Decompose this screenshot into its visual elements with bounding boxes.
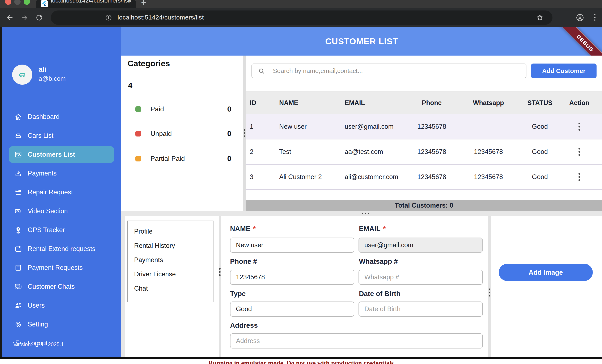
favicon xyxy=(41,0,48,7)
email-field[interactable] xyxy=(358,238,483,253)
sidebar-item-payments[interactable]: Payments xyxy=(9,164,114,183)
tab-title: localhost:51424/customers/list xyxy=(51,0,130,4)
forward-icon[interactable] xyxy=(21,14,29,21)
type-label: Type xyxy=(230,290,246,298)
partial-paid-color-swatch xyxy=(135,156,141,161)
sidebar-item-cars-list[interactable]: Cars List xyxy=(9,126,114,145)
table-row-partial[interactable] xyxy=(246,190,602,200)
name-field[interactable] xyxy=(230,238,354,253)
browser-tab[interactable]: localhost:51424/customers/list ✕ xyxy=(36,0,136,8)
gear-icon xyxy=(14,320,22,328)
tab-driver-license[interactable]: Driver License xyxy=(128,267,213,281)
document-icon xyxy=(14,264,22,272)
customer-card-icon xyxy=(14,151,22,158)
back-icon[interactable] xyxy=(6,14,14,21)
detail-tabs-panel: Profile Rental History Payments Driver L… xyxy=(125,216,219,357)
bookmark-star-icon[interactable] xyxy=(536,14,544,21)
user-name: ali xyxy=(39,65,46,73)
panel-splitter-vertical[interactable] xyxy=(243,56,246,211)
tab-payments[interactable]: Payments xyxy=(128,253,213,267)
emulator-warning-text: Running in emulator mode. Do not use wit… xyxy=(0,359,602,364)
row-actions-icon[interactable] xyxy=(579,123,580,131)
video-camera-icon xyxy=(14,207,22,215)
chat-bubbles-icon xyxy=(14,283,22,291)
profile-avatar-icon[interactable] xyxy=(576,13,584,22)
sidebar-item-dashboard[interactable]: Dashboard xyxy=(9,107,114,126)
dob-label: Date of Birth xyxy=(359,290,400,298)
avatar[interactable] xyxy=(12,65,32,85)
category-row-partial-paid[interactable]: Partial Paid 0 xyxy=(121,154,243,163)
panel-splitter-vertical[interactable] xyxy=(219,216,221,357)
table-row[interactable]: 2 Test aa@test.com 12345678 12345678 Goo… xyxy=(246,139,602,165)
sidebar-item-video-section[interactable]: Video Section xyxy=(9,202,114,221)
tab-strip: localhost:51424/customers/list ✕ + xyxy=(0,0,602,8)
traffic-light-minimize[interactable] xyxy=(14,0,21,5)
sidebar-item-payment-requests[interactable]: Payment Requests xyxy=(9,258,114,277)
sidebar-item-gps-tracker[interactable]: GPS Tracker xyxy=(9,221,114,239)
url-bar[interactable]: localhost:51424/customers/list xyxy=(51,10,552,25)
tab-profile[interactable]: Profile xyxy=(128,224,213,239)
address-label: Address xyxy=(230,322,258,329)
car-avatar-icon xyxy=(17,69,28,80)
categories-total-count: 4 xyxy=(128,81,132,90)
panel-splitter-vertical[interactable] xyxy=(488,216,491,357)
app-window: ali a@b.com Dashboard Cars List Customer… xyxy=(0,27,602,357)
category-row-unpaid[interactable]: Unpaid 0 xyxy=(121,129,243,138)
sidebar-item-users[interactable]: Users xyxy=(9,296,114,315)
table-row[interactable]: 3 Ali Customer 2 ali@customer.com 123456… xyxy=(246,165,602,190)
reload-icon[interactable] xyxy=(35,14,43,21)
categories-panel: Categories 4 Paid 0 Unpaid 0 Partial Pai… xyxy=(121,56,243,211)
type-field[interactable] xyxy=(230,302,354,317)
location-pin-icon xyxy=(14,226,22,234)
col-action: Action xyxy=(557,99,602,107)
tab-close-icon[interactable]: ✕ xyxy=(127,0,132,4)
tab-chat[interactable]: Chat xyxy=(128,281,213,296)
row-actions-icon[interactable] xyxy=(579,173,580,181)
required-asterisk: * xyxy=(253,225,256,232)
whatsapp-field[interactable] xyxy=(358,270,483,285)
search-icon xyxy=(258,67,265,75)
sidebar-item-customer-chats[interactable]: Customer Chats xyxy=(9,277,114,296)
address-field[interactable] xyxy=(230,333,483,348)
traffic-light-close[interactable] xyxy=(5,0,11,5)
sidebar-item-setting[interactable]: Setting xyxy=(9,315,114,334)
browser-toolbar: localhost:51424/customers/list xyxy=(0,8,602,27)
table-row[interactable]: 1 New user user@gmail.com 12345678 Good xyxy=(246,114,602,139)
sidebar-nav: Dashboard Cars List Customers List Payme… xyxy=(2,107,121,353)
col-id: ID xyxy=(246,99,271,107)
row-actions-icon[interactable] xyxy=(579,148,580,156)
splitter-handle-icon xyxy=(244,129,245,137)
new-tab-button[interactable]: + xyxy=(141,0,146,8)
add-image-button[interactable]: Add Image xyxy=(499,264,593,281)
splitter-handle-icon xyxy=(219,268,221,276)
url-text[interactable]: localhost:51424/customers/list xyxy=(118,14,204,21)
home-icon xyxy=(14,113,22,121)
sidebar: ali a@b.com Dashboard Cars List Customer… xyxy=(2,27,121,357)
browser-menu-icon[interactable] xyxy=(594,14,600,21)
sidebar-item-repair-request[interactable]: Repair Request xyxy=(9,183,114,202)
phone-field[interactable] xyxy=(230,270,354,285)
total-customers-bar: Total Customers: 0 xyxy=(246,200,602,211)
whatsapp-label: Whatsapp # xyxy=(359,258,398,265)
download-icon xyxy=(14,169,22,177)
search-input[interactable] xyxy=(251,63,527,78)
user-email: a@b.com xyxy=(39,75,66,82)
panel-splitter-horizontal[interactable] xyxy=(121,211,602,216)
browser-chrome: localhost:51424/customers/list ✕ + local… xyxy=(0,0,602,27)
col-email: EMAIL xyxy=(334,99,410,107)
add-customer-button[interactable]: Add Customer xyxy=(531,63,597,78)
sidebar-item-customers-list[interactable]: Customers List xyxy=(9,146,114,163)
required-asterisk: * xyxy=(383,225,386,232)
category-row-paid[interactable]: Paid 0 xyxy=(121,104,243,114)
page-title: CUSTOMER LIST xyxy=(121,27,602,56)
dob-field[interactable] xyxy=(358,302,483,317)
unpaid-color-swatch xyxy=(135,131,141,136)
col-status: STATUS xyxy=(523,99,557,107)
customers-table-panel: Add Customer ID NAME EMAIL Phone Whatsap… xyxy=(246,56,602,211)
window-edge xyxy=(0,27,2,357)
phone-label: Phone # xyxy=(230,258,257,265)
sidebar-item-rental-extend-requests[interactable]: Rental Extend requests xyxy=(9,239,114,258)
site-info-icon[interactable] xyxy=(105,14,112,21)
tab-rental-history[interactable]: Rental History xyxy=(128,239,213,253)
traffic-light-zoom[interactable] xyxy=(24,0,30,5)
